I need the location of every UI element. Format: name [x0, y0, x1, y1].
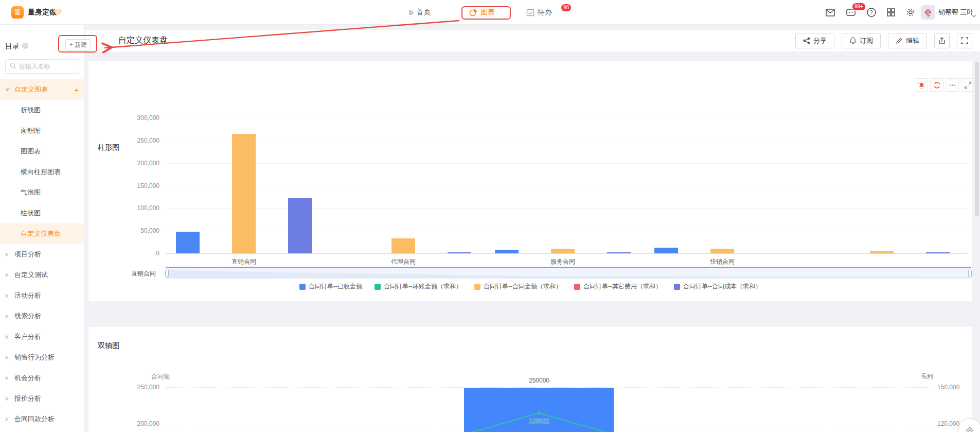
caret-right-icon[interactable]	[5, 376, 10, 381]
sidebar-item-自定义图表[interactable]: 自定义图表+	[0, 79, 85, 100]
订阅-button[interactable]: 订阅	[842, 33, 881, 48]
caret-down-icon[interactable]	[5, 88, 10, 92]
gridline	[166, 163, 967, 164]
y-axis-tick: 0	[113, 250, 159, 257]
分享-button[interactable]: 分享	[795, 33, 834, 48]
sidebar-item-活动分析[interactable]: 活动分析	[0, 285, 85, 306]
topbar: 量 量身定做 b首页图表待办98 99+? 销帮帮 三叶	[0, 0, 980, 25]
caret-right-icon[interactable]	[5, 252, 10, 257]
sidebar-item-报价分析[interactable]: 报价分析	[0, 388, 85, 409]
bar-合同订单--合同金额（求和）-cat4	[870, 251, 894, 253]
sidebar-item-机会分析[interactable]: 机会分析	[0, 368, 85, 388]
header-buttons: 分享订阅编辑	[795, 33, 972, 48]
catalog-label: 目录 ?	[5, 42, 29, 51]
expand-button[interactable]	[961, 78, 972, 92]
gridline	[166, 141, 967, 141]
refresh-button[interactable]	[930, 78, 943, 92]
caret-right-icon[interactable]	[5, 293, 10, 298]
x-axis-label[interactable]: 服务合同	[532, 257, 594, 266]
sidebar-item-项目分析[interactable]: 项目分析	[0, 244, 85, 265]
caret-right-icon[interactable]	[5, 417, 10, 422]
gridline	[166, 253, 967, 254]
fullscreen-button[interactable]	[957, 33, 972, 48]
bar-合同订单--已收金额-快销合同	[654, 248, 678, 253]
sidebar-item-自定义仪表盘[interactable]: 自定义仪表盘	[0, 223, 85, 244]
avatar[interactable]	[921, 5, 935, 20]
datazoom-handle-left[interactable]	[165, 270, 169, 277]
sidebar-item-自定义测试[interactable]: 自定义测试	[0, 265, 85, 285]
legend-swatch	[574, 284, 580, 290]
todo-badge: 98	[561, 4, 572, 12]
legend-swatch	[299, 284, 306, 290]
datazoom-slider[interactable]	[166, 267, 971, 279]
mail-icon[interactable]	[825, 7, 835, 18]
sidebar-item-销售行为分析[interactable]: 销售行为分析	[0, 347, 85, 368]
datazoom-label: 直销合同	[131, 269, 156, 278]
sidebar-item-图图表[interactable]: 图图表	[0, 141, 85, 162]
编辑-button[interactable]: 编辑	[888, 33, 927, 48]
datazoom-handle-right[interactable]	[968, 270, 972, 277]
help-icon[interactable]: ?	[866, 7, 877, 18]
gridline	[166, 231, 967, 231]
todo-calendar-icon	[526, 8, 534, 16]
bar-合同订单--合同金额（求和）-服务合同	[551, 249, 575, 253]
edit-pencil-icon	[896, 37, 903, 44]
message-badge: 99+	[852, 3, 866, 11]
sidebar-item-折线图[interactable]: 折线图	[0, 100, 85, 120]
legend-swatch	[375, 284, 381, 290]
x-axis-label[interactable]: 直销合同	[213, 257, 275, 266]
sidebar-item-横向柱形图表[interactable]: 横向柱形图表	[0, 162, 85, 182]
caret-right-icon[interactable]	[5, 396, 10, 401]
caret-right-icon[interactable]	[5, 314, 10, 319]
sidebar-item-合同回款分析[interactable]: 合同回款分析	[0, 409, 85, 429]
bar-chart-card: 柱形图 300,000250,000200,000150,000100,0005…	[88, 61, 972, 301]
legend-item-合同订单--其它费用（求和）[interactable]: 合同订单--其它费用（求和）	[574, 282, 662, 291]
legend-item-合同订单--合同成本（求和）[interactable]: 合同订单--合同成本（求和）	[674, 282, 761, 291]
settings-gear-icon[interactable]	[905, 7, 916, 18]
new-chart-button[interactable]: + 新建	[65, 39, 91, 50]
question-circle-icon[interactable]: ?	[22, 42, 29, 51]
gridline	[166, 208, 967, 209]
profit-line	[88, 327, 972, 432]
dual-axis-chart-card: 双轴图 合同额 毛利 250,000150,000200,000120,000 …	[88, 327, 972, 432]
sidebar-item-气泡图[interactable]: 气泡图	[0, 182, 85, 203]
bar-合同订单--合同成本（求和）-代理合同	[448, 252, 471, 253]
sidebar-tree: 自定义图表+折线图面积图图图表横向柱形图表气泡图柱状图自定义仪表盘项目分析自定义…	[0, 79, 85, 429]
sidebar: 目录 ? + 新建 自定义图表+折线图面积图图图表横向柱形图表气泡图柱状图自定义…	[0, 25, 85, 432]
search-input[interactable]	[19, 63, 70, 70]
page-scrollbar[interactable]	[975, 62, 979, 216]
sidebar-item-线索分析[interactable]: 线索分析	[0, 306, 85, 326]
chevron-down-icon[interactable]	[971, 11, 976, 20]
search-box[interactable]	[5, 59, 80, 74]
x-axis-label[interactable]: 快销合同	[691, 257, 753, 266]
legend-item-合同订单--坏账金额（求和）[interactable]: 合同订单--坏账金额（求和）	[375, 282, 462, 291]
apps-grid-icon[interactable]	[886, 7, 896, 18]
more-button[interactable]	[946, 78, 959, 92]
sidebar-item-客户分析[interactable]: 客户分析	[0, 326, 85, 347]
y-axis-tick: 200,000	[113, 160, 159, 167]
caret-right-icon[interactable]	[5, 335, 10, 339]
export-button[interactable]	[934, 33, 950, 48]
dashboard-header: 自定义仪表盘 分享订阅编辑	[85, 30, 980, 51]
x-axis-label[interactable]: 代理合同	[372, 257, 434, 266]
y-axis-tick: 150,000	[113, 182, 159, 189]
bar-合同订单--合同成本（求和）-直销合同	[288, 198, 312, 253]
y-axis-tick: 50,000	[113, 227, 159, 234]
caret-right-icon[interactable]	[5, 355, 10, 360]
y-axis-tick: 100,000	[113, 204, 159, 212]
gridline	[166, 186, 967, 186]
sidebar-item-柱状图[interactable]: 柱状图	[0, 203, 85, 223]
nav-item-图表[interactable]: 图表	[469, 0, 495, 25]
user-name[interactable]: 销帮帮 三叶	[938, 0, 974, 25]
add-chart-icon[interactable]: +	[74, 85, 79, 94]
y-axis-tick: 300,000	[113, 114, 159, 122]
legend-item-合同订单--已收金额[interactable]: 合同订单--已收金额	[299, 282, 362, 291]
nav-item-首页[interactable]: b首页	[409, 0, 431, 25]
bar-合同订单--合同成本（求和）-cat4	[926, 252, 950, 253]
app-logo[interactable]: 量	[11, 6, 24, 19]
alarm-button[interactable]	[915, 78, 928, 92]
legend-item-合同订单--合同金额（求和）[interactable]: 合同订单--合同金额（求和）	[474, 282, 562, 291]
sidebar-item-面积图[interactable]: 面积图	[0, 120, 85, 141]
nav-item-待办[interactable]: 待办	[526, 0, 552, 25]
caret-right-icon[interactable]	[5, 273, 10, 278]
